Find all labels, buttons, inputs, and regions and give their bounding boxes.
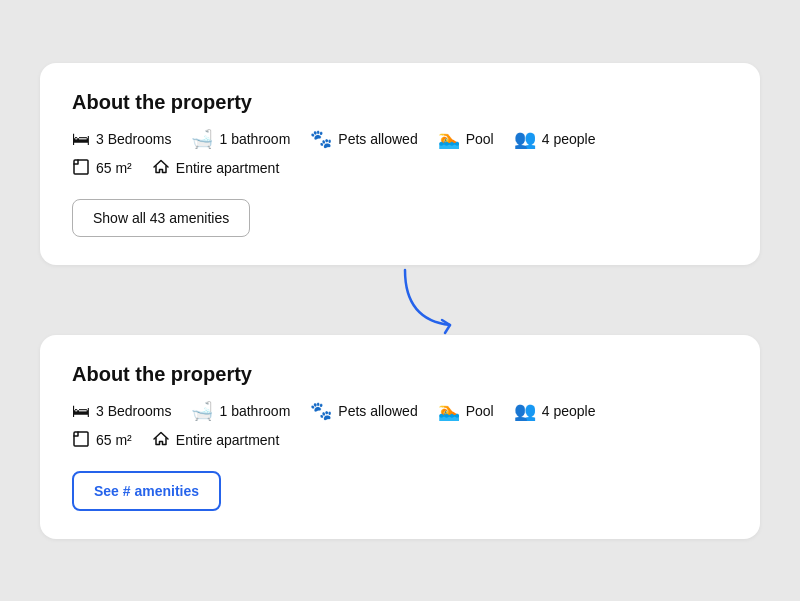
amenity-area-2: 65 m² [72,430,132,451]
bath-icon: 🛁 [191,130,213,148]
amenity-bedrooms-1: 🛏 3 Bedrooms [72,130,171,148]
area-icon [72,158,90,179]
card1-title: About the property [72,91,728,114]
card1-amenities-row2: 65 m² Entire apartment [72,158,728,179]
amenity-apartment-label-2: Entire apartment [176,432,280,448]
amenity-bedrooms-2: 🛏 3 Bedrooms [72,402,171,420]
amenity-pets-label-2: Pets allowed [338,403,417,419]
amenity-pets-1: 🐾 Pets allowed [310,130,417,148]
arrow-icon [390,265,470,335]
pool-icon: 🏊 [438,130,460,148]
amenity-pets-2: 🐾 Pets allowed [310,402,417,420]
bed-icon-2: 🛏 [72,402,90,420]
people-icon-2: 👥 [514,402,536,420]
property-card-1: About the property 🛏 3 Bedrooms 🛁 1 bath… [40,63,760,265]
show-all-amenities-button[interactable]: Show all 43 amenities [72,199,250,237]
card2-amenities-row1: 🛏 3 Bedrooms 🛁 1 bathroom 🐾 Pets allowed… [72,402,728,420]
amenity-people-label-2: 4 people [542,403,596,419]
amenity-bathroom-label-2: 1 bathroom [219,403,290,419]
amenity-people-1: 👥 4 people [514,130,596,148]
card1-amenities-row1: 🛏 3 Bedrooms 🛁 1 bathroom 🐾 Pets allowed… [72,130,728,148]
card2-title: About the property [72,363,728,386]
card2-amenities-row2: 65 m² Entire apartment [72,430,728,451]
amenity-bedrooms-label-2: 3 Bedrooms [96,403,171,419]
pet-icon: 🐾 [310,130,332,148]
amenity-area-label-2: 65 m² [96,432,132,448]
bed-icon: 🛏 [72,130,90,148]
amenity-pets-label-1: Pets allowed [338,131,417,147]
amenity-apartment-2: Entire apartment [152,430,280,451]
amenity-apartment-1: Entire apartment [152,158,280,179]
amenity-bathroom-1: 🛁 1 bathroom [191,130,290,148]
people-icon: 👥 [514,130,536,148]
amenity-people-2: 👥 4 people [514,402,596,420]
amenity-people-label-1: 4 people [542,131,596,147]
amenity-pool-label-2: Pool [466,403,494,419]
house-icon-2 [152,430,170,451]
svg-rect-1 [74,432,88,446]
amenity-pool-1: 🏊 Pool [438,130,494,148]
amenity-area-label-1: 65 m² [96,160,132,176]
amenity-bedrooms-label-1: 3 Bedrooms [96,131,171,147]
amenity-bathroom-label-1: 1 bathroom [219,131,290,147]
arrow-connector [330,265,470,335]
amenity-pool-label-1: Pool [466,131,494,147]
see-amenities-button[interactable]: See # amenities [72,471,221,511]
bath-icon-2: 🛁 [191,402,213,420]
pet-icon-2: 🐾 [310,402,332,420]
amenity-bathroom-2: 🛁 1 bathroom [191,402,290,420]
svg-rect-0 [74,160,88,174]
area-icon-2 [72,430,90,451]
amenity-area-1: 65 m² [72,158,132,179]
property-card-2: About the property 🛏 3 Bedrooms 🛁 1 bath… [40,335,760,539]
house-icon [152,158,170,179]
amenity-pool-2: 🏊 Pool [438,402,494,420]
amenity-apartment-label-1: Entire apartment [176,160,280,176]
pool-icon-2: 🏊 [438,402,460,420]
